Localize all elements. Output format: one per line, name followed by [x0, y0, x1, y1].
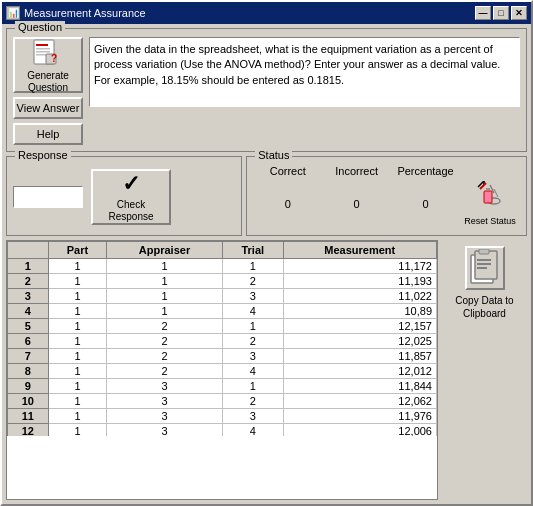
table-cell: 11,193 [283, 274, 436, 289]
table-cell: 3 [107, 394, 223, 409]
table-cell: 1 [8, 259, 49, 274]
data-table-container: Part Appraiser Trial Measurement 111111,… [6, 240, 438, 500]
maximize-button[interactable]: □ [493, 6, 509, 20]
table-cell: 11,022 [283, 289, 436, 304]
title-buttons: — □ ✕ [475, 6, 527, 20]
table-cell: 12,157 [283, 319, 436, 334]
question-group: Question ? [6, 28, 527, 152]
table-row: 311311,022 [8, 289, 437, 304]
table-row: 612212,025 [8, 334, 437, 349]
svg-line-11 [494, 189, 498, 197]
table-cell: 2 [222, 334, 283, 349]
percentage-header: Percentage [391, 165, 460, 177]
table-cell: 2 [222, 394, 283, 409]
table-body: 111111,172211211,193311311,022411410,895… [8, 259, 437, 437]
table-cell: 11,976 [283, 409, 436, 424]
table-cell: 11 [8, 409, 49, 424]
table-cell: 1 [48, 364, 106, 379]
table-cell: 10,89 [283, 304, 436, 319]
view-answer-button[interactable]: View Answer [13, 97, 83, 119]
table-cell: 11,172 [283, 259, 436, 274]
help-button[interactable]: Help [13, 123, 83, 145]
table-cell: 1 [222, 319, 283, 334]
table-row: 812412,012 [8, 364, 437, 379]
table-cell: 1 [48, 259, 106, 274]
table-cell: 1 [222, 379, 283, 394]
table-cell: 3 [8, 289, 49, 304]
table-cell: 12,012 [283, 364, 436, 379]
data-table: Part Appraiser Trial Measurement 111111,… [7, 241, 437, 436]
table-cell: 2 [107, 334, 223, 349]
window-content: Question ? [2, 24, 531, 504]
svg-rect-2 [36, 48, 50, 50]
table-cell: 1 [48, 409, 106, 424]
status-values-row: 0 0 0 [253, 181, 520, 226]
table-row: 712311,857 [8, 349, 437, 364]
table-cell: 4 [8, 304, 49, 319]
status-headers: Correct Incorrect Percentage [253, 165, 520, 177]
svg-rect-1 [36, 44, 48, 46]
table-header-row: Part Appraiser Trial Measurement [8, 242, 437, 259]
check-response-button[interactable]: ✓ Check Response [91, 169, 171, 225]
table-cell: 4 [222, 304, 283, 319]
table-cell: 12,062 [283, 394, 436, 409]
table-cell: 3 [107, 424, 223, 437]
svg-rect-13 [484, 191, 492, 203]
status-group: Status Correct Incorrect Percentage 0 0 … [246, 156, 527, 236]
col-header-part: Part [48, 242, 106, 259]
table-cell: 7 [8, 349, 49, 364]
percentage-value: 0 [391, 198, 460, 210]
svg-rect-4 [36, 54, 46, 56]
table-cell: 8 [8, 364, 49, 379]
table-cell: 1 [48, 379, 106, 394]
copy-label: Copy Data to Clipboard [455, 294, 513, 320]
table-row: 411410,89 [8, 304, 437, 319]
main-window: 📊 Measurement Assurance — □ ✕ Question [0, 0, 533, 506]
table-cell: 1 [48, 424, 106, 437]
copy-to-clipboard-button[interactable] [465, 246, 505, 290]
response-input[interactable] [13, 186, 83, 208]
minimize-button[interactable]: — [475, 6, 491, 20]
bottom-row: Part Appraiser Trial Measurement 111111,… [6, 240, 527, 500]
table-row: 111111,172 [8, 259, 437, 274]
col-header-measurement: Measurement [283, 242, 436, 259]
response-inner: ✓ Check Response [13, 165, 235, 229]
close-button[interactable]: ✕ [511, 6, 527, 20]
table-cell: 1 [48, 319, 106, 334]
table-row: 913111,844 [8, 379, 437, 394]
table-cell: 3 [222, 349, 283, 364]
table-cell: 3 [222, 409, 283, 424]
generate-question-icon: ? [32, 36, 64, 68]
table-cell: 10 [8, 394, 49, 409]
table-row: 1113311,976 [8, 409, 437, 424]
table-cell: 3 [107, 379, 223, 394]
table-row: 512112,157 [8, 319, 437, 334]
checkmark-icon: ✓ [122, 171, 140, 197]
table-cell: 3 [107, 409, 223, 424]
table-cell: 1 [48, 304, 106, 319]
table-cell: 2 [8, 274, 49, 289]
status-group-label: Status [255, 149, 292, 161]
table-cell: 11,844 [283, 379, 436, 394]
generate-question-label: Generate Question [27, 70, 69, 94]
check-response-label: Check Response [108, 199, 153, 223]
table-cell: 2 [107, 349, 223, 364]
table-cell: 1 [48, 334, 106, 349]
copy-section: Copy Data to Clipboard [442, 240, 527, 500]
svg-rect-19 [477, 267, 487, 269]
window-icon: 📊 [6, 6, 20, 20]
table-cell: 2 [107, 364, 223, 379]
svg-rect-17 [477, 259, 491, 261]
middle-row: Response ✓ Check Response Status [6, 156, 527, 236]
reset-status-button[interactable]: Reset Status [460, 181, 520, 226]
table-cell: 12,025 [283, 334, 436, 349]
generate-question-button[interactable]: ? Generate Question [13, 37, 83, 93]
table-cell: 5 [8, 319, 49, 334]
col-header-trial: Trial [222, 242, 283, 259]
table-cell: 4 [222, 424, 283, 437]
table-scroll-area[interactable]: Part Appraiser Trial Measurement 111111,… [7, 241, 437, 436]
table-cell: 1 [48, 394, 106, 409]
table-row: 1013212,062 [8, 394, 437, 409]
table-cell: 1 [107, 274, 223, 289]
table-cell: 6 [8, 334, 49, 349]
